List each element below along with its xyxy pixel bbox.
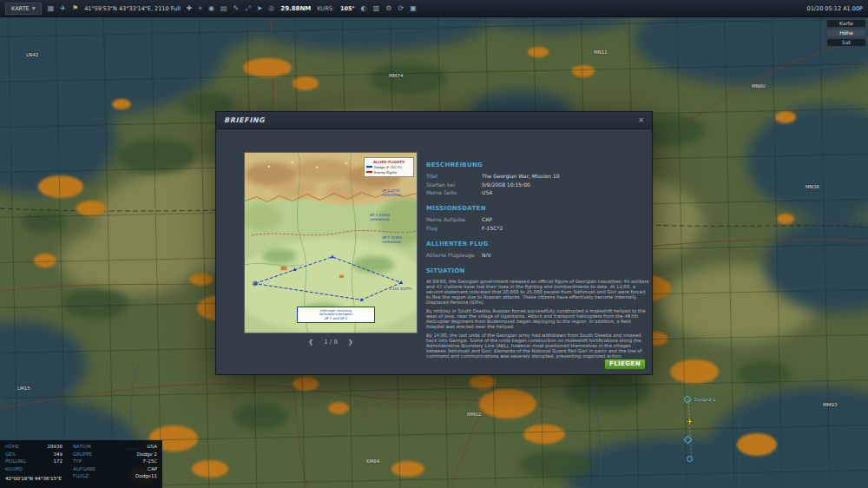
map-grid-label: LM15 <box>17 386 30 391</box>
briefing-info-column: BESCHREIBUNG Titel The Georgian War, Mis… <box>426 162 649 368</box>
legend-entry: Enemy flights <box>366 170 411 175</box>
contrast-icon[interactable]: ◐ <box>361 5 367 12</box>
waypoint-label: AP 3 01910 (reference) <box>370 214 390 221</box>
briefing-title: BRIEFING <box>224 116 265 124</box>
briefing-image-pager: ❮ 1 / 8 ❯ <box>244 339 418 346</box>
info-panel-right-column: NATION USA GRUPPE Dodge 2 TYP F-15C AUFG… <box>73 444 157 481</box>
section-header: BESCHREIBUNG <box>426 162 649 168</box>
layers-icon[interactable]: ▤ <box>220 5 227 12</box>
section-header: ALLIIERTER FLUG <box>426 241 649 247</box>
pin-icon[interactable]: ◎ <box>268 5 274 12</box>
briefing-row: Meine Aufgabe CAP <box>426 216 649 222</box>
waypoint-label: AP 2 A710 (reference) <box>382 189 401 197</box>
legend-swatch-blue <box>366 166 372 168</box>
map-grid-label: KM84 <box>366 458 379 464</box>
info-row: KOORD <box>5 466 62 472</box>
map-menu-button[interactable]: KARTE ▾ <box>5 3 42 15</box>
briefing-header: BRIEFING ✕ <box>216 112 652 129</box>
box-icon[interactable]: ▣ <box>410 5 417 12</box>
add-icon[interactable]: ✚ <box>187 5 193 12</box>
ruler-distance: 29.88NM <box>280 5 311 12</box>
mission-clock: 01/20 05:12 A1.00P <box>807 5 863 12</box>
info-row: HÖHE 28938 <box>5 444 62 449</box>
info-row: TYP F-15C <box>73 458 157 464</box>
section-header: SITUATION <box>426 267 649 274</box>
player-aircraft-icon[interactable]: ✈ <box>686 418 693 426</box>
layer-button-karte[interactable]: Karte <box>826 19 866 28</box>
gear-icon[interactable]: ⚙ <box>385 5 391 12</box>
briefing-row: Alliierte Flugzeuge N/V <box>426 252 649 258</box>
map-grid-label: MM93 <box>823 402 838 407</box>
info-row: NATION USA <box>73 444 157 449</box>
situation-paragraph: At 09:00, the Georgian government releas… <box>426 279 649 305</box>
fly-button[interactable]: FLIEGEN <box>604 359 646 370</box>
section-situation: SITUATION At 09:00, the Georgian governm… <box>426 267 649 359</box>
map-menu-label: KARTE <box>11 5 30 12</box>
info-row: GRUPPE Dodge 2 <box>73 452 157 457</box>
briefing-dialog: BRIEFING ✕ <box>215 111 653 375</box>
map-grid-label: MN80 <box>752 83 766 89</box>
course-value: 105° <box>340 5 355 12</box>
close-icon[interactable]: ✕ <box>638 116 644 124</box>
section-beschreibung: BESCHREIBUNG Titel The Georgian War, Mis… <box>426 162 649 195</box>
cursor-coordinates: 41°59'53"N 43°33'14"E, 2110 Full <box>84 5 181 12</box>
waypoint-label: 1:101 302TH <box>389 287 411 292</box>
info-panel-left-column: HÖHE 28938 GES. 349 PEILUNG 172 KOORD 42… <box>5 444 62 481</box>
list-icon[interactable]: ▥ <box>373 5 380 12</box>
map-layer-switcher: Karte Höhe Sat <box>826 19 866 47</box>
image-page-indicator: 1 / 8 <box>324 339 338 346</box>
section-missionsdaten: MISSIONSDATEN Meine Aufgabe CAP Flug F-1… <box>426 205 649 231</box>
unit-callsign-label: Dodge2-1 <box>694 397 716 402</box>
next-image-arrow-icon[interactable]: ❯ <box>348 339 353 346</box>
prev-image-arrow-icon[interactable]: ❮ <box>308 339 313 346</box>
legend-entry: Dodge (F-15C*2) <box>366 165 411 169</box>
briefing-map-legend: ALLIED FLIGHTS Dodge (F-15C*2) Enemy fli… <box>364 157 414 177</box>
briefing-row: Flug F-15C*2 <box>426 225 649 231</box>
section-header: MISSIONSDATEN <box>426 205 649 212</box>
crosshair-icon[interactable]: ⌖ <box>198 5 202 12</box>
info-row: GES. 349 <box>5 452 62 457</box>
situation-paragraph: By 14:00, the last units of the Georgian… <box>426 333 649 359</box>
info-row: PEILUNG 172 <box>5 458 62 464</box>
course-label: KURS: <box>317 5 334 12</box>
waypoint-label: AP 1 31050 (reference) <box>382 236 402 244</box>
layer-button-sat[interactable]: Sat <box>826 38 866 47</box>
info-row: AUFGABE CAP <box>73 466 157 472</box>
map-grid-label: LN42 <box>26 52 38 57</box>
briefing-row: Meine Seite USA <box>426 189 649 195</box>
measure-icon[interactable]: ⤢ <box>245 5 250 12</box>
briefing-map-image: ALLIED FLIGHTS Dodge (F-15C*2) Enemy fli… <box>244 152 418 333</box>
route-icon[interactable]: ➤ <box>257 5 263 12</box>
dcs-f10-map-screen: LN42 MM74 MN11 MN80 MN38 LM15 LM43 MM02 … <box>0 0 868 488</box>
map-grid-label: MM02 <box>467 412 482 417</box>
legend-swatch-red <box>366 171 372 173</box>
layer-button-hoehe[interactable]: Höhe <box>826 29 866 37</box>
unit-info-panel: HÖHE 28938 GES. 349 PEILUNG 172 KOORD 42… <box>0 440 162 488</box>
situation-text: At 09:00, the Georgian government releas… <box>426 279 649 359</box>
briefing-map-note: Intercept incoming helicopters between A… <box>297 307 375 323</box>
section-allierter-flug: ALLIIERTER FLUG Alliierte Flugzeuge N/V <box>426 241 649 258</box>
flag-icon[interactable]: ⚑ <box>72 5 78 12</box>
legend-title: ALLIED FLIGHTS <box>366 160 411 164</box>
chevron-down-icon: ▾ <box>32 5 36 12</box>
briefing-row: Starten bei 5/9/2008 10:15:00 <box>426 181 649 188</box>
map-grid-label: MM74 <box>389 73 404 78</box>
aircraft-icon[interactable]: ✈ <box>60 5 66 12</box>
edit-icon[interactable]: ✎ <box>233 5 240 12</box>
briefing-row: Titel The Georgian War, Mission 10 <box>426 173 649 179</box>
map-grid-label: MN11 <box>594 49 608 55</box>
info-row: FLUGZ. Dodge11 <box>73 473 157 478</box>
top-toolbar: KARTE ▾ ▦ ✈ ⚑ 41°59'53"N 43°33'14"E, 211… <box>0 0 868 17</box>
map-grid-label: MN38 <box>806 184 819 189</box>
situation-paragraph: By midday in South Ossetia, Russian forc… <box>426 308 649 329</box>
friendly-unit-circle-icon[interactable] <box>687 456 693 462</box>
refresh-icon[interactable]: ⟳ <box>398 5 404 12</box>
friendly-unit-circle-icon[interactable] <box>684 396 691 403</box>
target-icon[interactable]: ◉ <box>208 5 214 12</box>
selected-unit-coordinates: 42°00'18"N 44°36'15"E <box>5 476 62 481</box>
grid-toggle-icon[interactable]: ▦ <box>48 5 55 12</box>
